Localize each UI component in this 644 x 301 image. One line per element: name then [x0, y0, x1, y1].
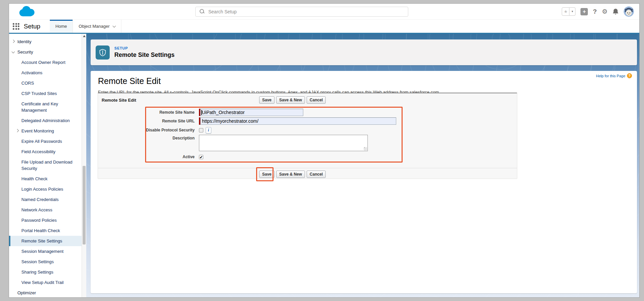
active-row: Active ✔: [98, 154, 517, 160]
active-checkbox[interactable]: ✔: [199, 155, 203, 159]
description-textarea[interactable]: [199, 135, 368, 151]
section-footer: Save Save & New Cancel: [98, 168, 517, 179]
sidebar-item-file-upload-and-download-security[interactable]: File Upload and Download Security: [9, 157, 82, 174]
sidebar-item-label: Optimizer: [17, 290, 36, 295]
description-label: Description: [98, 135, 195, 140]
remote-site-name-input[interactable]: [200, 109, 303, 116]
sidebar-item-health-check[interactable]: Health Check: [9, 174, 82, 184]
sidebar-item-delegated-administration[interactable]: Delegated Administration: [9, 115, 82, 126]
global-header: ★ ▾ + ? ⚙: [9, 4, 639, 19]
sidebar-item-session-management[interactable]: Session Management: [9, 246, 82, 257]
favorites-control: ★ ▾: [562, 7, 575, 16]
help-link-label: Help for this Page: [596, 74, 625, 78]
sidebar-item-label: View Setup Audit Trail: [21, 280, 64, 285]
save-and-new-button[interactable]: Save & New: [276, 171, 305, 178]
text-cursor: [201, 110, 202, 115]
sidebar-item-label: Field Accessibility: [21, 149, 56, 154]
setup-sidebar: IdentitySecurityAccount Owner ReportActi…: [9, 34, 82, 297]
sidebar-item-field-accessibility[interactable]: Field Accessibility: [9, 146, 82, 157]
sidebar-item-label: Delegated Administration: [21, 118, 70, 123]
cancel-button[interactable]: Cancel: [307, 96, 326, 104]
sidebar-item-session-settings[interactable]: Session Settings: [9, 257, 82, 267]
tab-home-label: Home: [56, 24, 67, 29]
sidebar-item-security[interactable]: Security: [9, 47, 82, 57]
app-launcher-icon[interactable]: [13, 23, 19, 30]
sidebar-item-identity[interactable]: Identity: [9, 36, 82, 47]
save-and-new-button[interactable]: Save & New: [276, 96, 305, 104]
sidebar-item-cors[interactable]: CORS: [9, 78, 82, 88]
sidebar-item-label: File Upload and Download Security: [21, 160, 72, 171]
remote-site-edit-section: Remote Site Edit Save Save & New Cancel …: [98, 93, 517, 179]
sidebar-item-view-setup-audit-trail[interactable]: View Setup Audit Trail: [9, 277, 82, 288]
sidebar-item-network-access[interactable]: Network Access: [9, 205, 82, 215]
page-header-card: SETUP Remote Site Settings: [91, 39, 637, 65]
section-title: Remote Site Edit: [102, 98, 136, 103]
chevron-down-icon: [112, 24, 116, 27]
sidebar-item-named-credentials[interactable]: Named Credentials: [9, 194, 82, 205]
sidebar-item-label: Security: [17, 49, 33, 55]
help-icon[interactable]: ?: [593, 8, 597, 15]
setup-search: [195, 7, 408, 17]
scrollbar-thumb[interactable]: [83, 166, 86, 244]
content-card: Help for this Page ? Remote Site Edit En…: [91, 71, 637, 293]
sidebar-item-label: Expire All Passwords: [21, 139, 62, 144]
sidebar-item-label: Remote Site Settings: [21, 238, 62, 243]
page-title: Remote Site Settings: [114, 52, 175, 59]
favorites-star-icon[interactable]: ★: [562, 7, 569, 16]
quick-create-button[interactable]: +: [580, 8, 588, 15]
top-button-row: Save Save & New Cancel: [259, 96, 326, 104]
sidebar-item-expire-all-passwords[interactable]: Expire All Passwords: [9, 136, 82, 146]
sidebar-item-sharing-settings[interactable]: Sharing Settings: [9, 267, 82, 277]
tab-object-manager[interactable]: Object Manager: [73, 20, 121, 33]
sidebar-item-label: Session Management: [21, 249, 64, 254]
sidebar-item-login-access-policies[interactable]: Login Access Policies: [9, 184, 82, 194]
chevron-right-icon: [12, 40, 15, 43]
sidebar-item-csp-trusted-sites[interactable]: CSP Trusted Sites: [9, 88, 82, 99]
disable-protocol-security-checkbox[interactable]: [199, 128, 203, 132]
scrollbar-up-arrow-icon[interactable]: [83, 35, 86, 37]
tab-home[interactable]: Home: [50, 20, 73, 33]
chevron-right-icon: [16, 129, 19, 132]
sidebar-item-portal-health-check[interactable]: Portal Health Check: [9, 225, 82, 236]
user-avatar[interactable]: [624, 6, 634, 17]
sidebar-item-certificate-and-key-management[interactable]: Certificate and Key Management: [9, 99, 82, 115]
save-button[interactable]: Save: [259, 171, 275, 178]
header-actions: ★ ▾ + ? ⚙: [562, 6, 635, 17]
info-icon[interactable]: i: [206, 127, 211, 133]
app-name: Setup: [24, 23, 40, 30]
bell-icon[interactable]: [613, 8, 619, 15]
help-for-page-link[interactable]: Help for this Page ?: [596, 73, 632, 78]
save-button[interactable]: Save: [259, 96, 275, 104]
remote-site-url-row: Remote Site URL: [98, 117, 517, 125]
edit-page-title: Remote Site Edit: [98, 76, 161, 86]
sidebar-item-label: Sharing Settings: [21, 270, 53, 275]
section-header: Remote Site Edit Save Save & New Cancel: [98, 93, 517, 107]
remote-site-url-label: Remote Site URL: [98, 119, 195, 123]
disable-protocol-security-row: Disable Protocol Security i: [98, 127, 517, 133]
sidebar-item-label: CORS: [21, 81, 34, 86]
sidebar-item-activations[interactable]: Activations: [9, 68, 82, 78]
sidebar-item-label: Network Access: [21, 207, 52, 212]
sidebar-scrollbar[interactable]: [82, 34, 86, 297]
gear-icon[interactable]: ⚙: [602, 8, 608, 15]
sidebar-item-password-policies[interactable]: Password Policies: [9, 215, 82, 225]
sidebar-item-account-owner-report[interactable]: Account Owner Report: [9, 57, 82, 68]
sidebar-item-label: CSP Trusted Sites: [21, 91, 57, 96]
sidebar-item-event-monitoring[interactable]: Event Monitoring: [9, 126, 82, 136]
sidebar-item-label: Named Credentials: [21, 197, 59, 202]
sidebar-item-label: Activations: [21, 70, 42, 75]
remote-site-url-input[interactable]: [200, 117, 396, 125]
main-content: SETUP Remote Site Settings Help for this…: [86, 34, 639, 297]
resize-handle-icon[interactable]: [364, 147, 367, 150]
sidebar-item-remote-site-settings[interactable]: Remote Site Settings: [9, 236, 82, 246]
sidebar-item-optimizer[interactable]: Optimizer: [9, 288, 82, 297]
remote-site-name-label: Remote Site Name: [98, 110, 195, 115]
favorites-dropdown-icon[interactable]: ▾: [569, 7, 575, 16]
sidebar-item-label: Account Owner Report: [21, 60, 66, 65]
remote-site-name-row: Remote Site Name: [98, 108, 517, 116]
cancel-button[interactable]: Cancel: [307, 171, 326, 178]
search-input[interactable]: [195, 7, 408, 17]
sidebar-item-label: Health Check: [21, 176, 47, 181]
tab-object-manager-label: Object Manager: [79, 24, 110, 29]
salesforce-logo: [18, 5, 36, 18]
